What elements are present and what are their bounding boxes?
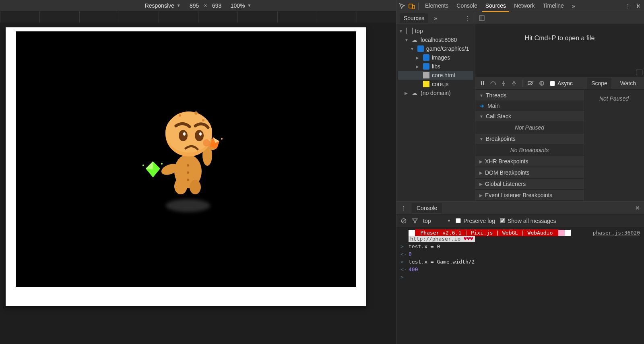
tree-item[interactable]: game/Graphics/1	[398, 44, 473, 53]
debugger-panels: Threads ➔Main Call Stack Not Paused Brea…	[475, 90, 584, 201]
svg-point-4	[161, 163, 163, 165]
editor-placeholder: Hit Cmd+P to open a file	[475, 24, 644, 77]
svg-point-13	[221, 138, 223, 140]
page-frame	[6, 27, 366, 306]
devtools-settings-icon[interactable]	[624, 3, 632, 9]
step-into-icon[interactable]	[500, 80, 507, 87]
devtools-tab-console[interactable]: Console	[453, 0, 480, 12]
pause-on-exceptions-icon[interactable]	[539, 80, 545, 87]
chevron-down-icon: ▼	[247, 3, 251, 8]
threads-header[interactable]: Threads	[475, 90, 584, 101]
device-mode-label: Responsive	[145, 2, 174, 9]
svg-point-25	[187, 171, 189, 174]
device-bar-more-icon[interactable]	[634, 2, 642, 9]
console-drawer: Console ✕ top▼ Preserve log Show all mes…	[396, 201, 644, 344]
svg-rect-29	[479, 16, 484, 21]
tree-item[interactable]: core.js	[398, 80, 473, 89]
svg-marker-2	[146, 161, 153, 169]
more-tabs-icon[interactable]: »	[432, 15, 439, 21]
svg-rect-41	[542, 82, 543, 84]
svg-marker-44	[413, 219, 417, 223]
svg-line-43	[402, 219, 405, 222]
tree-item[interactable]: core.html	[398, 71, 473, 80]
deactivate-breakpoints-icon[interactable]	[527, 80, 534, 87]
devtools-pane: ElementsConsoleSourcesNetworkTimeline » …	[396, 0, 644, 344]
thread-main[interactable]: ➔Main	[475, 101, 584, 111]
svg-point-6	[174, 178, 187, 194]
scope-body: Not Paused	[584, 90, 644, 201]
inspect-element-icon[interactable]	[399, 3, 405, 9]
viewport-height-input[interactable]	[209, 2, 225, 9]
editor-hint: Hit Cmd+P to open a file	[525, 35, 595, 42]
file-tree[interactable]: top☁localhost:8080game/Graphics/1imagesl…	[396, 24, 475, 100]
svg-point-21	[183, 132, 186, 136]
zoom-select[interactable]: 100% ▼	[231, 2, 252, 9]
chevron-down-icon: ▼	[177, 3, 181, 8]
devtools-tab-timeline[interactable]: Timeline	[539, 0, 567, 12]
viewport-area	[0, 23, 396, 344]
xhr-breakpoints-header[interactable]: XHR Breakpoints	[475, 156, 584, 167]
device-mode-select[interactable]: Responsive ▼	[145, 2, 181, 9]
dom-breakpoints-header[interactable]: DOM Breakpoints	[475, 167, 584, 178]
console-output[interactable]: .. Phaser v2.6.1 | Pixi.js | WebGL | Web…	[396, 227, 644, 344]
toggle-drawer-icon[interactable]	[636, 70, 642, 75]
toggle-device-icon[interactable]	[409, 3, 415, 9]
global-listeners-header[interactable]: Global Listeners	[475, 178, 584, 190]
svg-rect-40	[541, 82, 541, 84]
breakpoints-header[interactable]: Breakpoints	[475, 133, 584, 144]
svg-point-19	[179, 130, 188, 141]
filter-icon[interactable]	[412, 218, 418, 224]
console-tab[interactable]: Console	[412, 203, 442, 213]
close-drawer-icon[interactable]: ✕	[634, 205, 641, 211]
sources-subtab[interactable]: Sources	[400, 13, 428, 23]
svg-rect-32	[483, 81, 484, 85]
tree-item[interactable]: images	[398, 53, 473, 62]
game-canvas[interactable]	[16, 31, 356, 287]
console-line: <·400	[396, 266, 644, 273]
tree-item[interactable]: ☁(no domain)	[398, 89, 473, 97]
watch-tab[interactable]: Watch	[616, 78, 640, 89]
svg-point-33	[495, 83, 496, 84]
sources-navigator: Sources » top☁localhost:8080game/Graphic…	[396, 12, 475, 201]
console-source-link[interactable]: phaser.js:36020	[593, 230, 640, 236]
console-line: >test.x = 0	[396, 243, 644, 250]
devtools-tab-elements[interactable]: Elements	[422, 0, 452, 12]
console-line: >	[396, 273, 644, 281]
eventlistener-breakpoints-header[interactable]: Event Listener Breakpoints	[475, 190, 584, 201]
more-tabs-icon[interactable]: »	[570, 3, 577, 9]
preserve-log-checkbox[interactable]: Preserve log	[456, 218, 495, 224]
svg-point-0	[166, 199, 210, 212]
zoom-label: 100%	[231, 2, 245, 9]
console-context-select[interactable]: top▼	[423, 218, 451, 224]
devtools-toolbar: ElementsConsoleSourcesNetworkTimeline » …	[396, 0, 644, 12]
callstack-body: Not Paused	[475, 122, 584, 133]
debugger-toolbar: Async Scope Watch	[475, 77, 644, 90]
devtools-tab-sources[interactable]: Sources	[482, 0, 509, 12]
step-over-icon[interactable]	[490, 80, 496, 87]
breakpoint-ruler[interactable]	[0, 11, 396, 23]
svg-point-20	[195, 130, 204, 141]
clear-console-icon[interactable]	[400, 218, 407, 224]
viewport-width-input[interactable]	[186, 2, 202, 9]
tree-item[interactable]: ☁localhost:8080	[398, 35, 473, 44]
navigator-more-icon[interactable]	[464, 15, 472, 21]
svg-point-39	[539, 81, 544, 86]
show-all-messages-checkbox[interactable]: Show all messages	[500, 218, 556, 224]
svg-point-35	[503, 84, 504, 86]
devtools-tab-network[interactable]: Network	[511, 0, 538, 12]
callstack-header[interactable]: Call Stack	[475, 111, 584, 122]
drawer-more-icon[interactable]	[400, 205, 408, 211]
breakpoints-body: No Breakpoints	[475, 144, 584, 156]
console-banner-line: .. Phaser v2.6.1 | Pixi.js | WebGL | Web…	[396, 229, 644, 243]
step-out-icon[interactable]	[511, 80, 517, 87]
pause-icon[interactable]	[479, 80, 486, 87]
tree-item[interactable]: libs	[398, 62, 473, 71]
async-checkbox[interactable]: Async	[550, 80, 573, 87]
tree-item[interactable]: top	[398, 27, 473, 35]
console-line: >test.x = Game.width/2	[396, 258, 644, 266]
scope-tab[interactable]: Scope	[587, 78, 611, 89]
show-navigator-icon[interactable]	[479, 15, 485, 21]
dimension-separator: ×	[204, 2, 207, 9]
svg-point-24	[187, 164, 189, 167]
svg-point-26	[187, 179, 189, 181]
